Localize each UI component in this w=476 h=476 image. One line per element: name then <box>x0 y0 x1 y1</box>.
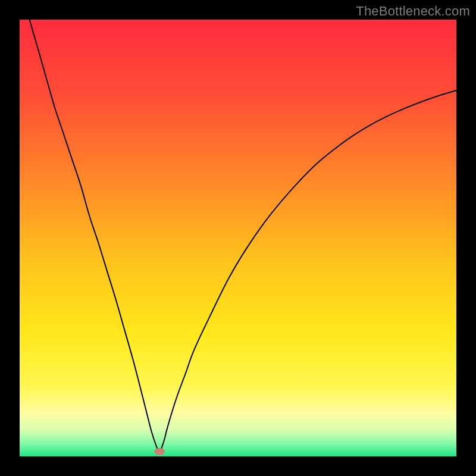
plot-svg <box>20 20 456 456</box>
chart-container: TheBottleneck.com <box>0 0 476 476</box>
gradient-background <box>20 20 456 456</box>
optimal-point-marker <box>154 448 165 455</box>
plot-area <box>20 20 456 456</box>
watermark-text: TheBottleneck.com <box>356 4 470 19</box>
